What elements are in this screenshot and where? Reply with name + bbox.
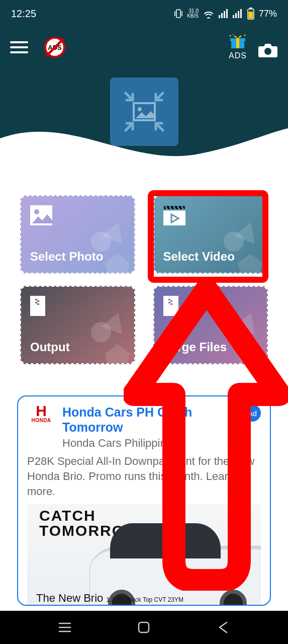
camera-button[interactable] xyxy=(258,41,278,58)
wifi-icon xyxy=(203,9,215,19)
svg-rect-3 xyxy=(219,15,220,18)
svg-rect-27 xyxy=(35,299,37,300)
svg-rect-31 xyxy=(168,299,170,300)
svg-rect-0 xyxy=(176,10,180,18)
ad-badge: Ad xyxy=(244,405,261,422)
status-bar: 12:25 31.0 KB/S 77% xyxy=(0,0,288,27)
svg-rect-9 xyxy=(238,11,239,18)
svg-point-24 xyxy=(34,209,39,214)
no-ads-text: ADS xyxy=(48,44,61,51)
battery-icon xyxy=(247,8,255,20)
status-right: 31.0 KB/S 77% xyxy=(174,8,277,20)
video-icon xyxy=(163,205,185,225)
recents-button[interactable] xyxy=(57,620,72,635)
signal-icon-2 xyxy=(233,9,243,18)
signal-icon-1 xyxy=(219,9,229,18)
photo-icon xyxy=(30,205,52,225)
vibrate-icon xyxy=(174,9,183,19)
menu-button[interactable] xyxy=(10,41,28,53)
svg-point-20 xyxy=(264,48,271,55)
zip-file-icon xyxy=(163,296,178,316)
ad-card[interactable]: H HONDA Honda Cars PH Catch Tomorrow Ad … xyxy=(17,395,271,606)
svg-rect-32 xyxy=(170,300,172,302)
tile-label: Select Video xyxy=(163,250,235,264)
app-header: ADS ADS xyxy=(0,27,288,168)
battery-percent: 77% xyxy=(259,9,277,19)
ad-advertiser: Honda Cars Philippines xyxy=(62,437,261,450)
svg-rect-13 xyxy=(248,12,253,19)
tile-label: Large Files xyxy=(163,340,227,354)
tile-label: Output xyxy=(30,340,70,354)
gift-icon xyxy=(229,34,246,49)
svg-rect-7 xyxy=(233,15,234,18)
svg-rect-34 xyxy=(170,303,172,305)
back-button[interactable] xyxy=(216,620,231,635)
net-rate: 31.0 KB/S xyxy=(187,9,199,19)
svg-rect-5 xyxy=(224,11,225,18)
tile-label: Select Photo xyxy=(30,250,103,264)
svg-rect-33 xyxy=(168,302,170,303)
svg-rect-8 xyxy=(235,13,237,18)
large-files-tile[interactable]: Large Files xyxy=(153,286,268,364)
svg-point-22 xyxy=(138,107,142,111)
system-nav-bar xyxy=(0,611,288,644)
svg-rect-30 xyxy=(37,303,39,305)
svg-rect-12 xyxy=(249,8,252,9)
ads-gift-button[interactable]: ADS xyxy=(229,34,247,60)
svg-point-19 xyxy=(232,34,233,35)
action-grid: Select Photo Select Video Output Large F… xyxy=(20,195,268,364)
svg-rect-4 xyxy=(221,13,223,18)
camera-icon xyxy=(258,41,278,58)
svg-rect-10 xyxy=(240,9,242,18)
honda-logo: H HONDA xyxy=(27,405,55,426)
no-ads-button[interactable]: ADS xyxy=(44,37,65,58)
ad-title: Honda Cars PH Catch Tomorrow xyxy=(62,405,237,435)
svg-rect-29 xyxy=(35,302,37,303)
output-tile[interactable]: Output xyxy=(20,286,135,364)
ad-description: P28K Special All-In Downpayment for the … xyxy=(27,454,261,499)
svg-point-17 xyxy=(230,35,231,37)
header-wave xyxy=(0,123,288,169)
select-video-tile[interactable]: Select Video xyxy=(153,195,268,274)
zip-file-icon xyxy=(30,296,45,316)
status-time: 12:25 xyxy=(11,8,36,20)
svg-rect-28 xyxy=(37,300,39,302)
svg-rect-16 xyxy=(236,38,239,48)
home-button[interactable] xyxy=(136,620,151,635)
svg-rect-6 xyxy=(226,9,228,18)
ad-banner: CATCH TOMORROW The New Brio 1.2 RS Black… xyxy=(27,504,261,606)
ads-label: ADS xyxy=(229,51,247,60)
svg-point-18 xyxy=(244,35,246,36)
select-photo-tile[interactable]: Select Photo xyxy=(20,195,135,274)
svg-rect-38 xyxy=(139,622,149,632)
